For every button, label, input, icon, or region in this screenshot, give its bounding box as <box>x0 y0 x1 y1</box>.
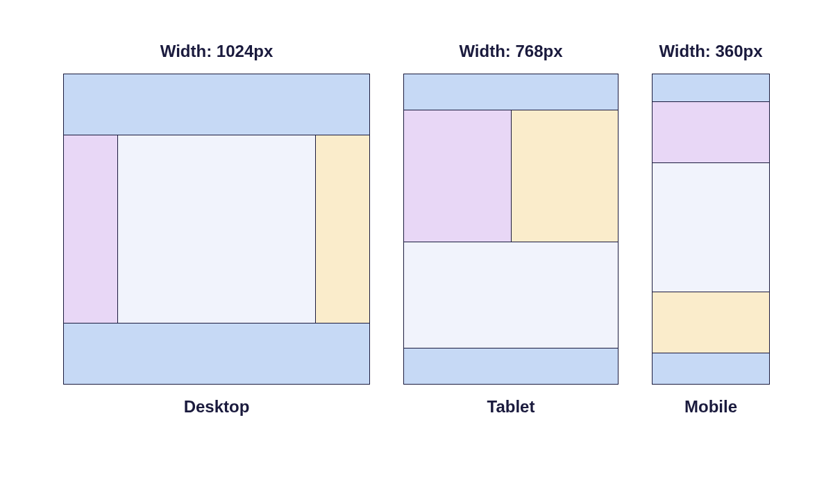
caption-tablet: Tablet <box>487 397 535 417</box>
region-sidebar-left <box>404 110 512 242</box>
region-top-row <box>404 110 618 242</box>
region-sidebar-left <box>64 135 118 323</box>
width-label-desktop: Width: 1024px <box>160 42 273 61</box>
region-content <box>653 163 769 292</box>
region-content <box>118 135 315 323</box>
caption-mobile: Mobile <box>684 397 737 417</box>
region-sidebar-left <box>653 102 769 163</box>
region-sidebar-right <box>512 110 619 242</box>
breakpoint-desktop: Width: 1024px Desktop <box>63 42 370 417</box>
layout-frame-tablet <box>403 74 619 385</box>
region-sidebar-right <box>653 292 769 353</box>
caption-desktop: Desktop <box>184 397 250 417</box>
width-label-mobile: Width: 360px <box>659 42 762 61</box>
layout-frame-mobile <box>652 74 770 385</box>
region-header <box>404 74 618 110</box>
breakpoint-mobile: Width: 360px Mobile <box>652 42 770 417</box>
region-header <box>653 74 769 102</box>
responsive-layouts-diagram: Width: 1024px Desktop Width: 768px Table… <box>0 0 833 417</box>
region-footer <box>653 353 769 384</box>
region-mid-row <box>64 135 369 323</box>
region-content <box>404 242 618 348</box>
region-footer <box>404 348 618 384</box>
region-footer <box>64 323 369 384</box>
region-sidebar-right <box>315 135 369 323</box>
layout-frame-desktop <box>63 74 370 385</box>
breakpoint-tablet: Width: 768px Tablet <box>403 42 619 417</box>
width-label-tablet: Width: 768px <box>459 42 562 61</box>
region-header <box>64 74 369 135</box>
